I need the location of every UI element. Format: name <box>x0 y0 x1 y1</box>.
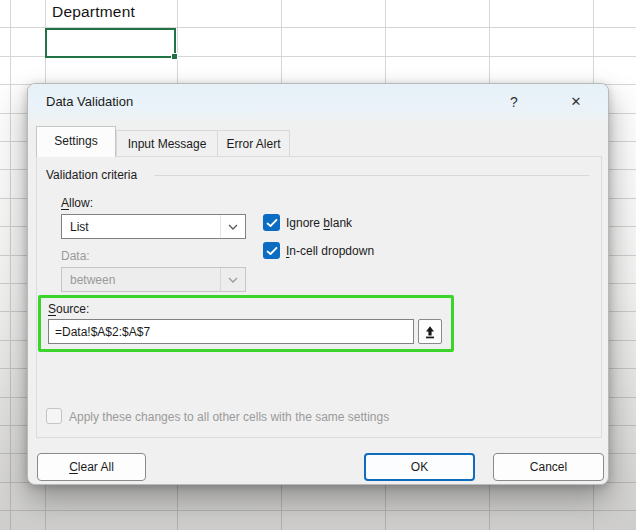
grid-column-line <box>10 0 11 530</box>
group-divider <box>154 175 589 176</box>
selected-cell[interactable] <box>45 28 176 58</box>
in-cell-dropdown-checkbox[interactable] <box>263 242 280 259</box>
validation-criteria-label: Validation criteria <box>46 168 137 182</box>
apply-all-checkbox <box>46 408 62 424</box>
source-label: Source: <box>48 302 89 316</box>
ignore-blank-checkbox[interactable] <box>263 214 280 231</box>
arrow-up-from-bar-icon <box>423 325 437 339</box>
check-icon <box>266 218 278 228</box>
check-icon <box>266 246 278 256</box>
allow-dropdown[interactable]: List <box>61 214 246 239</box>
fill-handle[interactable] <box>171 53 178 60</box>
chevron-down-icon <box>220 268 245 291</box>
data-label: Data: <box>61 249 90 263</box>
ignore-blank-label: Ignore blank <box>286 216 352 230</box>
cancel-button[interactable]: Cancel <box>493 453 604 481</box>
clear-all-button[interactable]: Clear All <box>37 453 146 481</box>
tab-settings[interactable]: Settings <box>36 126 116 157</box>
clear-all-button-label: Clear All <box>69 460 114 474</box>
data-validation-dialog: Data Validation ? ✕ Settings Input Messa… <box>27 83 609 485</box>
collapse-dialog-button[interactable] <box>418 319 442 344</box>
data-dropdown-value: between <box>62 273 220 287</box>
data-dropdown: between <box>61 267 246 292</box>
allow-dropdown-value: List <box>62 220 220 234</box>
header-cell-department[interactable]: Department <box>52 3 135 21</box>
apply-all-label: Apply these changes to all other cells w… <box>69 410 389 424</box>
chevron-down-icon[interactable] <box>220 215 245 238</box>
source-input[interactable] <box>48 319 414 344</box>
in-cell-dropdown-label: In-cell dropdown <box>286 244 374 258</box>
allow-label: Allow: <box>61 196 93 210</box>
ok-button[interactable]: OK <box>364 453 475 481</box>
